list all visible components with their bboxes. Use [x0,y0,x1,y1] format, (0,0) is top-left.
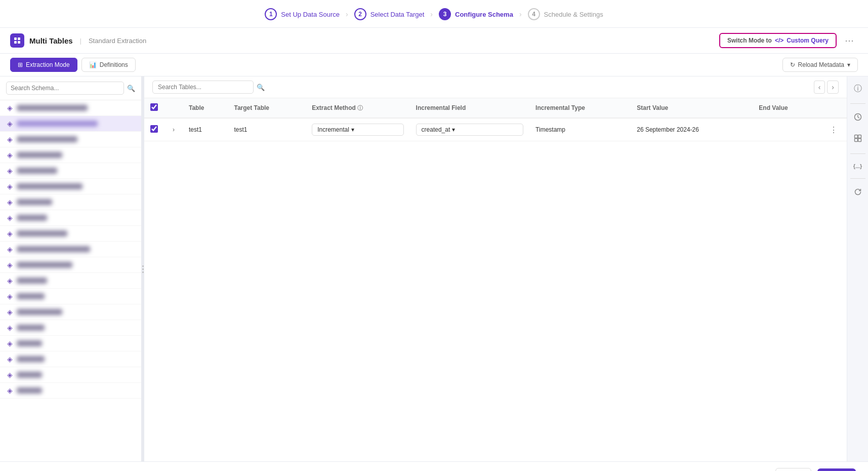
row-more-button[interactable]: ⋮ [826,124,841,136]
nav-arrows: ‹ › [814,81,839,94]
code-panel-button[interactable]: {...} [851,161,864,171]
incremental-field-value: created_at [422,126,450,133]
refresh-icon [854,188,862,196]
schema-search-input[interactable] [6,82,124,95]
layer-icon: ◈ [7,182,13,190]
row-start-value-cell: 26 September 2024-26 [631,118,753,141]
list-item[interactable]: ◈ [0,351,141,367]
content-header: 🔍 ‹ › [144,76,847,98]
refresh-button[interactable] [852,186,864,200]
right-icon-divider [850,103,865,104]
table-header-row: Table Target Table Extract Method ⓘ Incr… [144,98,847,118]
incremental-field-chevron-icon: ▾ [452,126,455,133]
svg-rect-0 [14,37,17,40]
item-label [17,356,45,362]
list-item[interactable]: ◈ [0,304,141,320]
next-button[interactable]: Next [817,468,856,471]
list-item[interactable]: ◈ [0,210,141,226]
incremental-field-select[interactable]: created_at ▾ [416,124,524,136]
list-item[interactable]: ◈ [0,226,141,242]
extract-method-select[interactable]: Incremental ▾ [312,124,403,136]
col-incremental-field-header: Incremental Field [410,98,530,118]
switch-mode-prefix: Switch Mode to [727,37,772,44]
step-circle-1: 1 [265,8,277,20]
reload-chevron-icon: ▾ [847,61,850,68]
list-item[interactable]: ◈ [0,100,141,116]
layer-icon: ◈ [7,135,13,143]
list-item[interactable]: ◈ [0,179,141,194]
item-label [17,325,45,331]
layer-icon: ◈ [7,386,13,395]
step-arrow-3: › [519,10,522,18]
title-separator: | [80,37,81,45]
back-button[interactable]: Back [775,468,811,471]
more-options-button[interactable]: ⋯ [841,33,858,48]
item-label [17,278,47,284]
info-panel-button[interactable]: ⓘ [852,82,864,96]
select-all-checkbox[interactable] [150,103,158,111]
list-item[interactable]: ◈ [0,257,141,273]
step-arrow-2: › [430,10,433,18]
list-item[interactable]: ◈ [0,147,141,163]
grid-button[interactable] [852,132,864,146]
item-label [17,387,42,394]
item-label [17,262,72,268]
layer-icon: ◈ [7,324,13,332]
step-label-1: Set Up Data Source [281,11,340,18]
main-layout: 🔍 ◈ ◈ ◈ ◈ ◈ [0,76,868,461]
list-item[interactable]: ◈ [0,194,141,210]
col-expand [164,98,183,118]
list-item[interactable]: ◈ [0,116,141,132]
col-actions-header [820,98,847,118]
definitions-label: Definitions [100,61,128,68]
row-checkbox[interactable] [150,125,158,133]
list-item[interactable]: ◈ [0,320,141,336]
item-label [17,183,82,189]
header-right: Switch Mode to </> Custom Query ⋯ [719,33,858,48]
nav-next-button[interactable]: › [827,81,839,94]
history-button[interactable] [852,111,864,125]
row-expand-button[interactable]: › [171,125,177,134]
resize-dot [142,268,144,270]
layer-icon: ◈ [7,277,13,285]
list-item[interactable]: ◈ [0,367,141,383]
reload-metadata-button[interactable]: ↻ Reload Metadata ▾ [782,58,858,72]
step-arrow-1: › [346,10,348,18]
item-label [17,309,62,315]
definitions-tab[interactable]: 📊 Definitions [81,58,136,72]
row-actions-cell: ⋮ [820,118,847,141]
content-area: 🔍 ‹ › Table Target Table [144,76,847,461]
list-item[interactable]: ◈ [0,336,141,351]
list-item[interactable]: ◈ [0,289,141,304]
page-title: Multi Tables [29,36,73,45]
layer-icon: ◈ [7,198,13,206]
extraction-mode-tab[interactable]: ⊞ Extraction Mode [10,58,77,72]
svg-rect-1 [18,37,20,40]
right-sidebar: ⓘ {...} [847,76,868,461]
step-circle-4: 4 [528,8,540,20]
switch-mode-button[interactable]: Switch Mode to </> Custom Query [719,33,837,48]
list-item[interactable]: ◈ [0,132,141,147]
reload-label: Reload Metadata [798,61,844,68]
app-icon-svg [13,36,21,45]
svg-rect-3 [18,41,20,44]
header-left: Multi Tables | Standard Extraction [10,33,146,48]
list-item[interactable]: ◈ [0,273,141,289]
layer-icon: ◈ [7,104,13,112]
nav-prev-button[interactable]: ‹ [814,81,825,94]
item-label [17,230,67,237]
step-label-3: Configure Schema [455,11,513,18]
row-table-name-cell: test1 [183,118,228,141]
col-extract-method-header: Extract Method ⓘ [306,98,409,118]
resize-dot [142,265,144,267]
footer: Save & Exit Back Next [0,461,868,471]
resize-dot [142,271,144,273]
svg-rect-2 [14,41,17,44]
list-item[interactable]: ◈ [0,242,141,257]
tables-search-input[interactable] [152,81,254,94]
list-item[interactable]: ◈ [0,383,141,399]
stepper: 1 Set Up Data Source › 2 Select Data Tar… [0,0,868,28]
layer-icon: ◈ [7,120,13,128]
reload-icon: ↻ [790,61,795,68]
list-item[interactable]: ◈ [0,163,141,179]
